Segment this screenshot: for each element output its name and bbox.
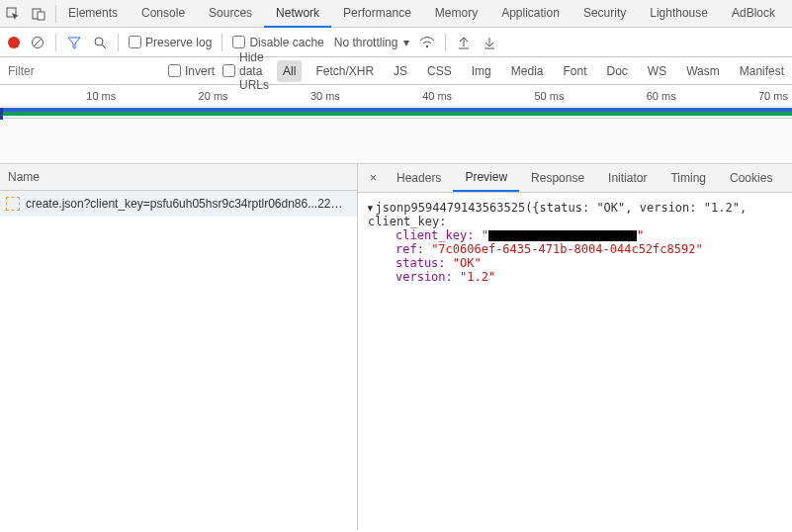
tab-adblock[interactable]: AdBlock — [720, 0, 787, 28]
timeline-tick: 40 ms — [340, 90, 452, 102]
filter-type-js[interactable]: JS — [388, 60, 413, 82]
search-icon[interactable] — [92, 35, 108, 50]
preview-kv-row: client_key: "" — [368, 228, 782, 242]
detail-tab-timing[interactable]: Timing — [659, 165, 718, 191]
tab-application[interactable]: Application — [489, 0, 572, 28]
separator — [221, 34, 222, 51]
download-har-icon[interactable] — [482, 35, 497, 50]
invert-checkbox[interactable]: Invert — [168, 64, 215, 78]
svg-rect-2 — [38, 12, 44, 20]
filter-type-doc[interactable]: Doc — [600, 60, 633, 82]
timeline-ruler[interactable]: 10 ms 20 ms 30 ms 40 ms 50 ms 60 ms 70 m… — [0, 85, 792, 107]
clear-icon[interactable] — [30, 35, 45, 50]
detail-panel: × Headers Preview Response Initiator Tim… — [358, 164, 792, 530]
tab-console[interactable]: Console — [130, 0, 197, 28]
filter-type-wasm[interactable]: Wasm — [680, 60, 726, 82]
spacer — [0, 119, 792, 164]
preview-value: "7c0606ef-6435-471b-8004-044c52fc8592" — [431, 242, 703, 256]
detail-tab-headers[interactable]: Headers — [385, 165, 453, 191]
waterfall-bar — [0, 108, 792, 116]
throttling-select[interactable]: No throttling ▾ — [334, 36, 410, 49]
tab-memory[interactable]: Memory — [423, 0, 489, 28]
filter-icon[interactable] — [66, 35, 82, 50]
disable-cache-checkbox[interactable]: Disable cache — [232, 36, 323, 49]
timeline-tick: 20 ms — [116, 90, 227, 102]
preview-root-node[interactable]: ▶jsonp9594479143563525({status: "OK", ve… — [368, 201, 782, 228]
timeline-overview[interactable] — [0, 107, 792, 119]
filter-type-fetchxhr[interactable]: Fetch/XHR — [309, 60, 380, 82]
waterfall-start-marker — [0, 108, 3, 120]
name-column-header[interactable]: Name — [0, 164, 357, 191]
detail-tab-initiator[interactable]: Initiator — [596, 165, 659, 191]
svg-point-5 — [95, 38, 103, 45]
device-toggle-icon[interactable] — [30, 5, 47, 23]
svg-line-4 — [34, 39, 42, 46]
quote-close: " — [637, 228, 644, 242]
svg-line-6 — [102, 44, 106, 48]
hide-data-urls-label: Hide data URLs — [239, 50, 269, 92]
preview-kv-row: status: "OK" — [368, 256, 782, 270]
filter-type-all[interactable]: All — [277, 60, 302, 82]
filter-type-ws[interactable]: WS — [642, 60, 672, 82]
quote-open: " — [482, 228, 488, 242]
disable-cache-label: Disable cache — [249, 36, 323, 49]
timeline-tick: 60 ms — [564, 90, 675, 102]
filter-type-img[interactable]: Img — [466, 60, 497, 82]
svg-point-7 — [426, 44, 428, 46]
preview-root-text: jsonp9594479143563525({status: "OK", ver… — [368, 201, 747, 228]
request-type-icon — [6, 197, 20, 211]
upload-har-icon[interactable] — [456, 35, 472, 50]
preview-pane: ▶jsonp9594479143563525({status: "OK", ve… — [358, 193, 792, 292]
tab-lighthouse[interactable]: Lighthouse — [638, 0, 720, 28]
main-tabs: Elements Console Sources Network Perform… — [56, 0, 787, 28]
separator — [445, 34, 446, 51]
preview-key: client_key: — [396, 228, 482, 242]
preview-kv-row: ref: "7c0606ef-6435-471b-8004-044c52fc85… — [368, 242, 782, 256]
detail-tab-cookies[interactable]: Cookies — [718, 165, 784, 191]
timeline-tick: 50 ms — [452, 90, 564, 102]
request-name: create.json?client_key=psfu6uh05hsr9c34r… — [26, 197, 351, 211]
preview-key: status: — [396, 256, 453, 270]
preserve-log-label: Preserve log — [145, 36, 212, 49]
throttling-label: No throttling — [334, 36, 398, 49]
request-row[interactable]: create.json?client_key=psfu6uh05hsr9c34r… — [0, 191, 357, 217]
preview-key: version: — [396, 270, 460, 284]
expand-triangle-icon[interactable]: ▶ — [366, 206, 376, 211]
preserve-log-checkbox[interactable]: Preserve log — [129, 36, 212, 49]
separator — [55, 34, 56, 51]
tab-network[interactable]: Network — [264, 0, 331, 28]
hide-data-urls-checkbox[interactable]: Hide data URLs — [222, 50, 269, 92]
tab-performance[interactable]: Performance — [331, 0, 423, 28]
timeline-tick: 30 ms — [228, 90, 340, 102]
filter-type-css[interactable]: CSS — [421, 60, 458, 82]
inspect-icon[interactable] — [4, 5, 22, 23]
chevron-down-icon: ▾ — [403, 36, 409, 49]
invert-label: Invert — [185, 64, 215, 78]
tab-elements[interactable]: Elements — [56, 0, 130, 28]
filter-input[interactable] — [4, 60, 160, 82]
filter-type-manifest[interactable]: Manifest — [734, 60, 790, 82]
network-conditions-icon[interactable] — [419, 35, 435, 50]
filter-type-font[interactable]: Font — [557, 60, 592, 82]
tab-sources[interactable]: Sources — [197, 0, 264, 28]
preview-value: "1.2" — [460, 270, 495, 284]
detail-tab-preview[interactable]: Preview — [453, 164, 519, 192]
preview-kv-row: version: "1.2" — [368, 270, 782, 284]
preview-key: ref: — [396, 242, 431, 256]
request-list-panel: Name create.json?client_key=psfu6uh05hsr… — [0, 164, 358, 530]
timeline-tick: 70 ms — [676, 90, 788, 102]
separator — [118, 34, 119, 51]
redacted-value — [488, 230, 637, 241]
preview-value: "OK" — [453, 256, 482, 270]
filter-type-media[interactable]: Media — [505, 60, 550, 82]
tab-security[interactable]: Security — [572, 0, 638, 28]
detail-tab-response[interactable]: Response — [519, 165, 596, 191]
record-button[interactable] — [8, 37, 20, 48]
timeline-tick: 10 ms — [4, 90, 116, 102]
close-detail-button[interactable]: × — [362, 165, 385, 191]
